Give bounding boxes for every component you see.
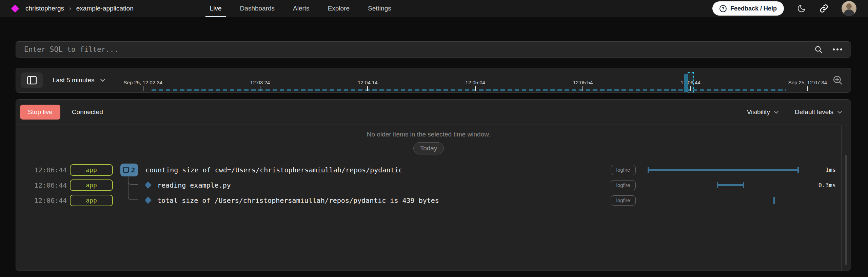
default-levels-dropdown[interactable]: Default levels xyxy=(795,108,843,116)
service-badge[interactable]: logfire xyxy=(611,195,636,206)
log-point-tick xyxy=(773,197,775,204)
span-track xyxy=(641,162,807,177)
theme-toggle-moon-icon[interactable] xyxy=(797,4,806,13)
zoom-in-icon[interactable] xyxy=(828,71,847,90)
timeline-tick: Sep 25, 12:02:34 xyxy=(124,68,162,92)
span-track xyxy=(641,177,807,193)
log-row-parent[interactable]: 12:06:44 app 2 counting size of cwd=/Use… xyxy=(16,162,841,177)
app-tag-badge[interactable]: app xyxy=(70,195,113,206)
log-timestamp: 12:06:44 xyxy=(34,196,64,205)
timeline-tick: Sep 25, 12:07:34 xyxy=(788,68,827,92)
time-range-dropdown[interactable]: Last 5 minutes xyxy=(53,77,106,84)
scrollbar-track xyxy=(841,125,851,271)
child-count: 2 xyxy=(131,166,135,174)
log-row-child[interactable]: 12:06:44 app total size of /Users/christ… xyxy=(16,193,841,208)
timeline-tick: 12:03:24 xyxy=(250,68,270,92)
service-badge[interactable]: logfire xyxy=(611,180,636,190)
span-duration-bar xyxy=(648,167,799,173)
breadcrumb-separator: › xyxy=(69,5,71,12)
logfire-logo-icon[interactable] xyxy=(11,4,19,13)
chevron-down-icon xyxy=(773,109,779,115)
nav-tabs: Live Dashboards Alerts Explore Settings xyxy=(210,0,391,17)
span-duration-label: 1ms xyxy=(809,167,836,173)
sidebar-toggle-button[interactable] xyxy=(21,72,43,88)
log-timestamp: 12:06:44 xyxy=(34,166,64,174)
log-timestamp: 12:06:44 xyxy=(34,181,64,189)
log-message: total size of /Users/christophersamiulla… xyxy=(157,196,439,205)
question-circle-icon: ? xyxy=(719,5,727,12)
empty-state: No older items in the selected time wind… xyxy=(16,125,841,162)
collapse-toggle[interactable]: 2 xyxy=(120,164,138,176)
log-scroll-area: No older items in the selected time wind… xyxy=(16,125,851,271)
timeline-tick: 12:05:54 xyxy=(573,68,593,92)
empty-state-message: No older items in the selected time wind… xyxy=(367,131,490,138)
top-navbar: christophergs › example-application Live… xyxy=(0,0,868,17)
today-button[interactable]: Today xyxy=(413,142,444,154)
span-diamond-icon xyxy=(145,182,152,189)
sql-filter-bar xyxy=(16,41,851,58)
tab-dashboards[interactable]: Dashboards xyxy=(240,0,275,17)
navbar-right-group: ? Feedback / Help xyxy=(712,1,856,16)
span-duration-label: 0.3ms xyxy=(809,182,836,189)
time-range-label: Last 5 minutes xyxy=(53,77,95,84)
live-view-panel: Stop live Connected Visibility Default l… xyxy=(16,99,851,271)
live-controls-bar: Stop live Connected Visibility Default l… xyxy=(16,100,851,125)
feedback-help-button[interactable]: ? Feedback / Help xyxy=(712,1,784,16)
divider xyxy=(116,72,116,89)
log-rows: 12:06:44 app 2 counting size of cwd=/Use… xyxy=(16,162,841,208)
user-avatar[interactable] xyxy=(842,1,856,16)
span-duration-bar xyxy=(717,182,744,188)
sql-filter-input[interactable] xyxy=(24,45,814,54)
service-badge[interactable]: logfire xyxy=(611,165,636,175)
app-tag-badge[interactable]: app xyxy=(70,179,113,191)
tree-connector xyxy=(128,176,138,200)
log-row-child[interactable]: 12:06:44 app reading example.py logfire … xyxy=(16,177,841,193)
collapse-minus-icon xyxy=(123,167,129,173)
log-message: reading example.py xyxy=(157,181,231,189)
visibility-dropdown[interactable]: Visibility xyxy=(747,108,779,116)
app-tag-badge[interactable]: app xyxy=(70,164,113,176)
timeline-tick: 12:04:14 xyxy=(358,68,377,92)
breadcrumb-org[interactable]: christophergs xyxy=(25,5,64,12)
timeline-histogram[interactable]: Sep 25, 12:02:34 12:03:24 12:04:14 12:05… xyxy=(124,68,828,92)
scrollbar-thumb[interactable] xyxy=(845,155,847,265)
timeline-tick: 12:05:04 xyxy=(466,68,485,92)
more-options-icon[interactable] xyxy=(832,48,843,51)
time-range-bar: Last 5 minutes Sep 25, 12:02:34 12:03:24… xyxy=(16,68,851,93)
log-message: counting size of cwd=/Users/christophers… xyxy=(145,166,611,174)
tab-settings[interactable]: Settings xyxy=(368,0,391,17)
timeline-selection-cursor[interactable] xyxy=(688,72,694,92)
connection-status: Connected xyxy=(72,108,103,116)
tab-alerts[interactable]: Alerts xyxy=(293,0,310,17)
search-icon[interactable] xyxy=(814,45,823,54)
span-track xyxy=(641,193,807,208)
timeline-ticks: Sep 25, 12:02:34 12:03:24 12:04:14 12:05… xyxy=(124,68,827,92)
span-diamond-icon xyxy=(145,197,152,204)
breadcrumb-project[interactable]: example-application xyxy=(76,5,134,12)
timeline-tick-spike: 12:06:44 xyxy=(680,68,700,92)
chevron-down-icon xyxy=(837,109,843,115)
feedback-help-label: Feedback / Help xyxy=(730,5,777,12)
chevron-down-icon xyxy=(100,77,106,83)
tab-explore[interactable]: Explore xyxy=(328,0,350,17)
share-link-icon[interactable] xyxy=(819,4,829,13)
stop-live-button[interactable]: Stop live xyxy=(20,105,60,120)
tab-live[interactable]: Live xyxy=(210,0,222,17)
